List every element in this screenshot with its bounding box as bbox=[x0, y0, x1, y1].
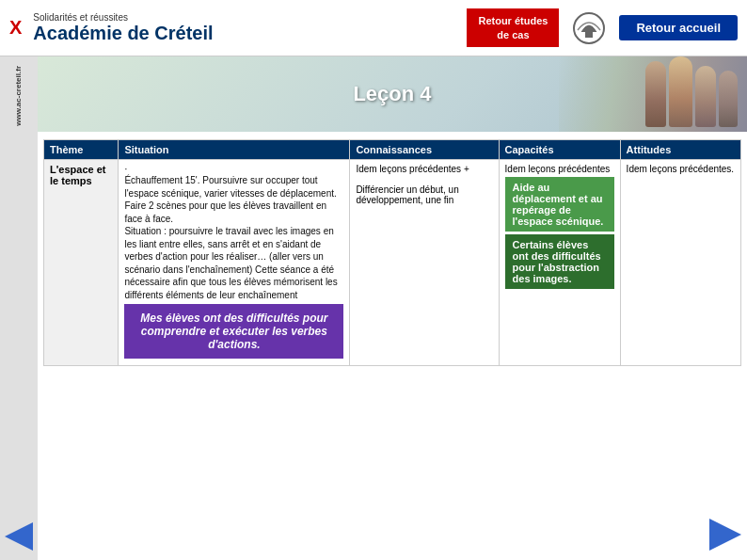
lesson-table: Thème Situation Connaissances Capacités … bbox=[43, 139, 741, 366]
home-icon bbox=[572, 11, 606, 45]
home-icon-button[interactable] bbox=[568, 8, 610, 49]
left-sidebar: www.ac-creteil.fr bbox=[0, 56, 38, 560]
banner-people bbox=[645, 56, 738, 127]
col-header-theme: Thème bbox=[44, 140, 119, 160]
col-header-attitudes: Attitudes bbox=[620, 140, 740, 160]
cell-attitudes: Idem leçons précédentes. bbox=[620, 160, 740, 366]
title-block: Solidarités et réussites Académie de Cré… bbox=[33, 12, 467, 44]
person-3 bbox=[695, 66, 716, 127]
connaissances-text-2: Différencier un début, un développement,… bbox=[356, 184, 492, 205]
cell-capacites: Idem leçons précédentes Aide au déplacem… bbox=[499, 160, 620, 366]
col-header-capacites: Capacités bbox=[499, 140, 620, 160]
svg-rect-1 bbox=[585, 32, 593, 38]
content-area: Thème Situation Connaissances Capacités … bbox=[38, 132, 747, 370]
cell-connaissances: Idem leçons précédentes + Différencier u… bbox=[350, 160, 499, 366]
close-button[interactable]: X bbox=[9, 17, 22, 39]
connaissances-text-1: Idem leçons précédentes + bbox=[356, 164, 492, 174]
nav-arrow-right[interactable] bbox=[709, 519, 741, 551]
highlight-dark-green-box: Certains élèves ont des difficultés pour… bbox=[505, 234, 614, 289]
attitudes-text-1: Idem leçons précédentes. bbox=[627, 164, 735, 174]
person-1 bbox=[645, 61, 666, 127]
col-header-connaissances: Connaissances bbox=[350, 140, 499, 160]
retour-etudes-line1: Retour études bbox=[478, 15, 548, 26]
subtitle: Solidarités et réussites bbox=[33, 12, 467, 23]
cell-theme: L'espace et le temps bbox=[44, 160, 119, 366]
cell-situation: · Échauffement 15'. Poursuivre sur occup… bbox=[119, 160, 350, 366]
retour-accueil-button[interactable]: Retour accueil bbox=[619, 15, 738, 40]
retour-etudes-line2: de cas bbox=[497, 29, 529, 40]
retour-etudes-button[interactable]: Retour études de cas bbox=[467, 8, 559, 47]
situation-text: Échauffement 15'. Poursuivre sur occuper… bbox=[124, 174, 343, 301]
page-wrapper: X Solidarités et réussites Académie de C… bbox=[0, 0, 747, 560]
header: X Solidarités et réussites Académie de C… bbox=[0, 0, 747, 56]
col-header-situation: Situation bbox=[119, 140, 350, 160]
lesson-title: Leçon 4 bbox=[353, 82, 431, 106]
nav-arrow-left[interactable] bbox=[5, 522, 33, 551]
table-header-row: Thème Situation Connaissances Capacités … bbox=[44, 140, 741, 160]
highlight-green-box: Aide au déplacement et au repérage de l'… bbox=[505, 177, 614, 232]
banner: Leçon 4 bbox=[38, 56, 747, 132]
main-title: Académie de Créteil bbox=[33, 23, 467, 44]
person-2 bbox=[669, 56, 692, 127]
sidebar-logo: www.ac-creteil.fr bbox=[14, 66, 24, 126]
highlight-purple-box: Mes élèves ont des difficultés pour comp… bbox=[124, 304, 343, 359]
situation-dot: · bbox=[124, 164, 343, 174]
table-row: L'espace et le temps · Échauffement 15'.… bbox=[44, 160, 741, 366]
person-4 bbox=[719, 71, 738, 127]
capacites-text-1: Idem leçons précédentes bbox=[505, 164, 614, 174]
